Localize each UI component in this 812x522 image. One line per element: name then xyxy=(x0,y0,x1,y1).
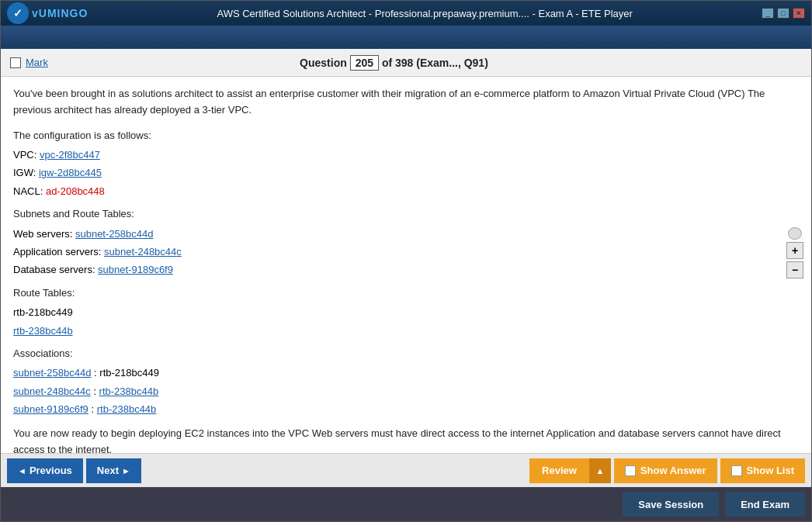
assoc3-line: subnet-9189c6f9 : rtb-238bc44b xyxy=(13,400,799,418)
review-dropdown-icon[interactable]: ▲ xyxy=(589,458,611,483)
window-controls: _ □ ✕ xyxy=(762,8,805,19)
db-servers-line: Database servers: subnet-9189c6f9 xyxy=(13,261,799,278)
zoom-circle xyxy=(788,227,802,240)
nacl-value: ad-208bc448 xyxy=(46,185,105,197)
session-bar: Save Session End Exam xyxy=(1,487,811,521)
app-servers-value: subnet-248bc44c xyxy=(104,246,182,258)
mark-label[interactable]: Mark xyxy=(26,57,48,68)
mark-left: Mark xyxy=(10,57,48,68)
rtb2-value: rtb-238bc44b xyxy=(13,325,73,337)
logo: ✓ vUMINGO xyxy=(7,2,88,24)
logo-icon: ✓ xyxy=(7,2,29,24)
nacl-line: NACL: ad-208bc448 xyxy=(13,182,799,200)
subnets-header: Subnets and Route Tables: xyxy=(13,205,799,223)
window-title: AWS Certified Solutions Architect - Prof… xyxy=(88,8,762,19)
intro-text: You've been brought in as solutions arch… xyxy=(13,86,799,119)
web-servers-line: Web servers: subnet-258bc44d xyxy=(13,225,799,243)
previous-button[interactable]: ◄ Previous xyxy=(7,458,83,483)
minimize-button[interactable]: _ xyxy=(762,8,774,19)
zoom-out-button[interactable]: − xyxy=(786,261,803,278)
config-block: The configuration is as follows: VPC: vp… xyxy=(13,126,799,419)
mark-checkbox[interactable] xyxy=(10,57,21,68)
mark-bar: Mark Question 205 of 398 (Exam..., Q91) xyxy=(1,49,811,77)
question-label: Question xyxy=(300,57,347,69)
end-exam-button[interactable]: End Exam xyxy=(725,492,805,517)
associations-header: Associations: xyxy=(13,344,799,362)
review-button-group: Review ▲ xyxy=(529,458,611,483)
db-servers-value: subnet-9189c6f9 xyxy=(98,264,173,275)
next-button[interactable]: Next ► xyxy=(86,458,141,483)
prev-arrow-icon: ◄ xyxy=(18,466,26,475)
next-arrow-icon: ► xyxy=(122,466,130,475)
config-header: The configuration is as follows: xyxy=(13,126,799,144)
rtb2-line: rtb-238bc44b xyxy=(13,322,799,340)
bottom-nav: ◄ Previous Next ► Review ▲ Show Answer S… xyxy=(1,453,811,487)
toolbar xyxy=(1,26,811,49)
maximize-button[interactable]: □ xyxy=(777,8,789,19)
zoom-in-button[interactable]: + xyxy=(786,242,803,259)
question-info: Question 205 of 398 (Exam..., Q91) xyxy=(300,57,488,69)
assoc2-line: subnet-248bc44c : rtb-238bc44b xyxy=(13,382,799,400)
question-total: of 398 (Exam..., Q91) xyxy=(382,57,488,69)
show-list-button[interactable]: Show List xyxy=(720,458,805,483)
igw-line: IGW: igw-2d8bc445 xyxy=(13,164,799,181)
main-window: ✓ vUMINGO AWS Certified Solutions Archit… xyxy=(0,0,812,522)
rtb1-line: rtb-218bc449 xyxy=(13,303,799,321)
zoom-controls: + − xyxy=(786,227,803,278)
save-session-button[interactable]: Save Session xyxy=(623,492,719,517)
app-servers-line: Application servers: subnet-248bc44c xyxy=(13,243,799,261)
close-button[interactable]: ✕ xyxy=(793,8,805,19)
assoc1-line: subnet-258bc44d : rtb-218bc449 xyxy=(13,364,799,382)
show-answer-checkbox-icon xyxy=(625,465,636,476)
content-area: You've been brought in as solutions arch… xyxy=(1,77,811,453)
review-button[interactable]: Review ▲ xyxy=(529,458,611,483)
deploy-text: You are now ready to begin deploying EC2… xyxy=(13,426,799,453)
title-bar: ✓ vUMINGO AWS Certified Solutions Archit… xyxy=(1,1,811,26)
show-list-checkbox-icon xyxy=(731,465,742,476)
question-number: 205 xyxy=(350,55,379,71)
route-tables-header: Route Tables: xyxy=(13,284,799,302)
show-answer-button[interactable]: Show Answer xyxy=(614,458,717,483)
vpc-line: VPC: vpc-2f8bc447 xyxy=(13,146,799,164)
igw-value: igw-2d8bc445 xyxy=(39,167,102,178)
logo-text: vUMINGO xyxy=(32,7,88,19)
web-servers-value: subnet-258bc44d xyxy=(75,228,153,240)
vpc-value: vpc-2f8bc447 xyxy=(40,149,100,161)
